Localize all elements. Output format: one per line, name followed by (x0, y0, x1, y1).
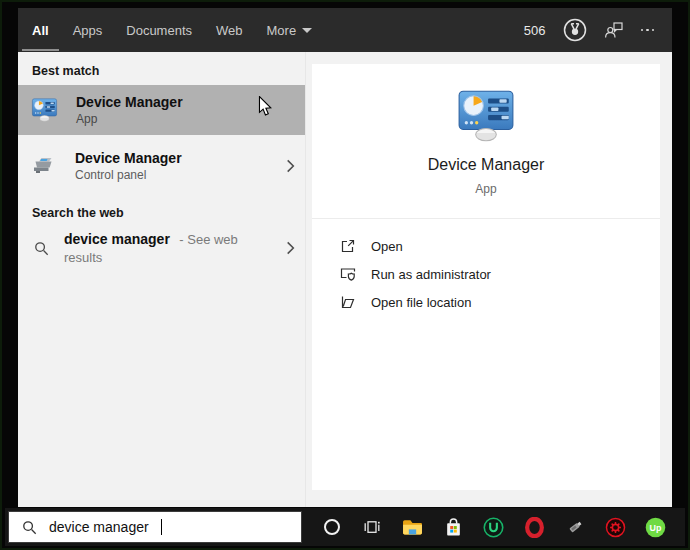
control-panel-device-icon (31, 155, 57, 177)
cortana-icon[interactable] (317, 512, 347, 542)
search-input-value: device manager (49, 519, 149, 535)
result-title: Device Manager (75, 150, 182, 166)
result-device-manager-control-panel[interactable]: Device Manager Control panel (18, 142, 305, 190)
web-query: device manager (64, 231, 170, 247)
preview-subtitle: App (312, 182, 660, 196)
rewards-medal-icon[interactable] (563, 18, 587, 42)
tab-more[interactable]: More (255, 8, 325, 52)
search-icon (34, 241, 49, 256)
driver-booster-icon[interactable] (600, 512, 630, 542)
tab-documents[interactable]: Documents (114, 8, 204, 52)
preview-title: Device Manager (312, 156, 660, 174)
feedback-icon[interactable] (604, 21, 624, 40)
action-open-file-location[interactable]: Open file location (340, 288, 660, 316)
chevron-right-icon[interactable] (286, 159, 295, 173)
tab-apps[interactable]: Apps (61, 8, 115, 52)
folder-open-icon (340, 294, 356, 310)
header-actions: 506 (524, 18, 672, 42)
result-title: Device Manager (76, 94, 183, 110)
chevron-right-icon[interactable] (286, 241, 295, 255)
search-input[interactable]: device manager (8, 511, 302, 543)
text-caret (161, 519, 162, 535)
search-window: All Apps Documents Web More 506 (2, 2, 688, 548)
rewards-count: 506 (524, 23, 546, 38)
taskbar: Up (302, 512, 685, 542)
preview-actions: Open Run as administrator (312, 219, 660, 316)
device-manager-icon (31, 98, 58, 122)
action-run-as-administrator[interactable]: Run as administrator (340, 260, 660, 288)
search-header: All Apps Documents Web More 506 (18, 8, 672, 52)
search-the-web-heading: Search the web (18, 190, 305, 228)
tab-all[interactable]: All (20, 8, 61, 52)
result-subtitle: Control panel (75, 168, 182, 182)
preview-card: Device Manager App Open (312, 64, 660, 490)
best-match-heading: Best match (18, 52, 305, 85)
iobit-uninstaller-icon[interactable] (479, 512, 509, 542)
launch-icon (340, 238, 356, 254)
preview-panel: Device Manager App Open (306, 52, 672, 507)
web-suggestion-row[interactable]: device manager - See web results (18, 230, 305, 266)
mouse-cursor (258, 96, 272, 121)
device-manager-icon (456, 90, 516, 146)
upwork-icon[interactable]: Up (641, 512, 671, 542)
result-subtitle: App (76, 112, 183, 126)
search-icon (22, 520, 37, 535)
ellipsis-icon[interactable] (641, 29, 655, 32)
svg-text:Up: Up (650, 522, 662, 532)
file-explorer-icon[interactable] (398, 512, 428, 542)
search-results-body: Best match (18, 52, 672, 507)
microsoft-store-icon[interactable] (438, 512, 468, 542)
task-view-icon[interactable] (357, 512, 387, 542)
usb-device-icon[interactable] (560, 512, 590, 542)
action-open[interactable]: Open (340, 232, 660, 260)
opera-icon[interactable] (519, 512, 549, 542)
filter-tabs: All Apps Documents Web More (20, 8, 324, 52)
taskbar-strip: device manager (5, 508, 685, 546)
admin-shield-icon (340, 266, 356, 282)
tab-web[interactable]: Web (204, 8, 255, 52)
chevron-down-icon (302, 28, 312, 33)
